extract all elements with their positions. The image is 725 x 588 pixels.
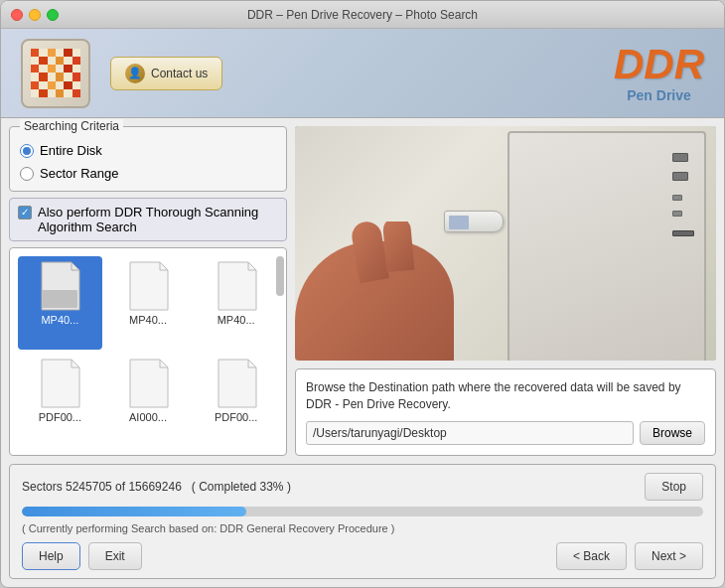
progress-row: Sectors 5245705 of 15669246 ( Completed …: [22, 473, 703, 501]
preview-image: [295, 126, 716, 361]
contact-button[interactable]: 👤 Contact us: [110, 57, 222, 90]
traffic-lights: [11, 9, 59, 21]
search-criteria-legend: Searching Criteria: [20, 119, 123, 133]
app-window: DDR – Pen Drive Recovery – Photo Search …: [0, 0, 725, 588]
file-icon-pdf-1: [36, 358, 83, 409]
file-label: PDF00...: [215, 411, 257, 423]
list-item[interactable]: MP40...: [194, 256, 278, 350]
radio-inner: [23, 147, 31, 155]
completed-text: ( Completed 33% ): [192, 480, 291, 494]
window-title: DDR – Pen Drive Recovery – Photo Search: [247, 8, 478, 22]
next-button[interactable]: Next >: [635, 542, 703, 570]
help-button[interactable]: Help: [22, 542, 80, 570]
usb-connector: [449, 216, 469, 229]
brand: DDR Pen Drive: [614, 44, 704, 103]
checker-pattern: const colors = ['#e05020','#d04010','#f0…: [31, 49, 80, 98]
radio-entire-disk-label: Entire Disk: [40, 143, 102, 158]
contact-label: Contact us: [151, 67, 208, 80]
exit-button[interactable]: Exit: [88, 542, 142, 570]
path-input[interactable]: [306, 421, 634, 445]
maximize-button[interactable]: [47, 9, 59, 21]
stop-button[interactable]: Stop: [645, 473, 703, 501]
list-item[interactable]: MP40...: [18, 256, 102, 350]
main-content: Searching Criteria Entire Disk Sector Ra…: [1, 118, 724, 464]
radio-entire-disk[interactable]: Entire Disk: [20, 143, 276, 158]
right-panel: Browse the Destination path where the re…: [295, 126, 716, 456]
file-grid-container: MP40... MP40...: [9, 247, 287, 456]
list-item[interactable]: PDF00...: [194, 354, 278, 447]
bottom-status-bar: Sectors 5245705 of 15669246 ( Completed …: [9, 464, 716, 579]
back-button[interactable]: < Back: [556, 542, 627, 570]
monitor-edge: [508, 131, 706, 361]
algorithm-checkbox[interactable]: ✓: [18, 206, 32, 220]
scrollbar[interactable]: [276, 256, 284, 296]
file-grid: MP40... MP40...: [10, 248, 286, 455]
algorithm-label: Also perform DDR Thorough Scanning Algor…: [38, 205, 278, 234]
file-icon-mp4-selected: [36, 260, 83, 312]
file-icon-mp4-3: [213, 260, 260, 312]
minimize-button[interactable]: [29, 9, 41, 21]
port-group: [672, 153, 694, 236]
file-label: AI000...: [129, 411, 167, 423]
list-item[interactable]: MP40...: [106, 256, 191, 350]
brand-title: DDR: [614, 44, 704, 85]
usb-scene: [295, 126, 716, 361]
port-3: [672, 195, 682, 201]
file-label: MP40...: [218, 314, 255, 326]
svg-rect-0: [42, 290, 77, 308]
brand-subtitle: Pen Drive: [614, 87, 704, 103]
bottom-buttons: Help Exit < Back Next >: [22, 542, 703, 570]
file-icon-mp4-2: [124, 260, 172, 312]
radio-entire-disk-indicator: [20, 144, 34, 158]
browse-section: Browse the Destination path where the re…: [295, 368, 716, 456]
algorithm-checkbox-row[interactable]: ✓ Also perform DDR Thorough Scanning Alg…: [9, 198, 287, 241]
search-criteria-box: Searching Criteria Entire Disk Sector Ra…: [9, 126, 287, 192]
hand-container: [295, 221, 494, 361]
left-panel: Searching Criteria Entire Disk Sector Ra…: [9, 126, 287, 456]
browse-description: Browse the Destination path where the re…: [306, 379, 705, 413]
usb-port-1: [672, 153, 688, 162]
contact-icon: 👤: [125, 64, 145, 83]
browse-button[interactable]: Browse: [640, 421, 705, 445]
sectors-text: Sectors 5245705 of 15669246: [22, 480, 182, 494]
header: const colors = ['#e05020','#d04010','#f0…: [1, 29, 724, 118]
port-4: [672, 211, 682, 217]
port-5: [672, 230, 694, 236]
status-text: ( Currently performing Search based on: …: [22, 522, 703, 534]
checkmark-icon: ✓: [21, 208, 29, 218]
file-label: MP40...: [41, 314, 78, 326]
usb-port-2: [672, 172, 688, 181]
usb-stick: [444, 211, 504, 232]
list-item[interactable]: AI000...: [106, 354, 191, 447]
progress-text: Sectors 5245705 of 15669246 ( Completed …: [22, 480, 637, 494]
progress-bar-fill: [22, 507, 246, 516]
file-icon-pdf-2: [213, 358, 260, 409]
file-label: MP40...: [129, 314, 167, 326]
file-label: PDF00...: [39, 411, 81, 423]
titlebar: DDR – Pen Drive Recovery – Photo Search: [1, 1, 724, 29]
radio-sector-range[interactable]: Sector Range: [20, 166, 276, 181]
progress-bar-container: [22, 507, 703, 516]
logo-icon: const colors = ['#e05020','#d04010','#f0…: [21, 39, 90, 108]
close-button[interactable]: [11, 9, 23, 21]
file-icon-ai: [124, 358, 172, 409]
list-item[interactable]: PDF00...: [18, 354, 102, 447]
radio-sector-range-indicator: [20, 167, 34, 181]
browse-row: Browse: [306, 421, 705, 445]
finger-2: [382, 221, 415, 272]
radio-sector-range-label: Sector Range: [40, 166, 119, 181]
